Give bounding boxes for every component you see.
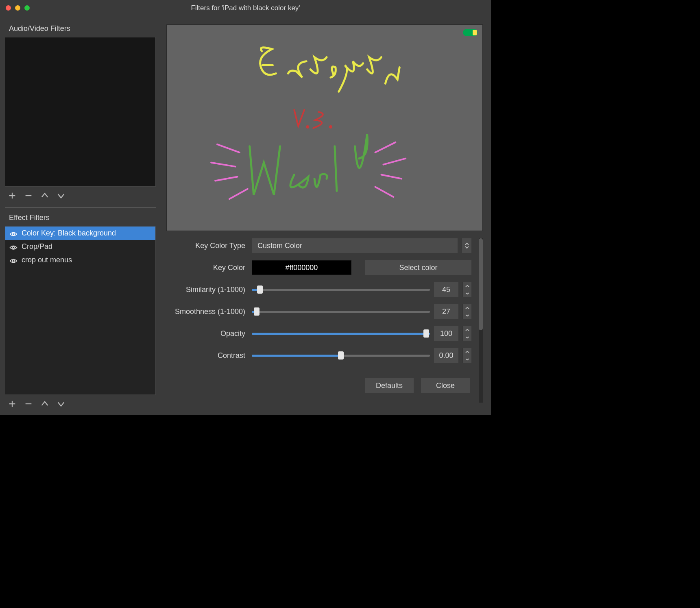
controls-scrollbar[interactable]: [479, 238, 483, 403]
filter-preview: [166, 24, 483, 231]
sidebar-divider: [5, 207, 156, 208]
minimize-window-icon[interactable]: [15, 5, 20, 11]
smoothness-label: Smoothness (1-1000): [166, 307, 248, 316]
similarity-value[interactable]: 45: [434, 282, 458, 297]
contrast-stepper[interactable]: [462, 348, 471, 363]
effect-filter-item-crop-out-menus[interactable]: crop out menus: [5, 253, 155, 267]
visibility-eye-icon[interactable]: [9, 244, 17, 250]
audio-video-filters-list[interactable]: [5, 37, 156, 187]
preview-toggle[interactable]: [463, 29, 478, 36]
preview-drawing: [167, 25, 482, 231]
key-color-label: Key Color: [166, 264, 248, 272]
select-color-button[interactable]: Select color: [365, 260, 471, 275]
similarity-row: Similarity (1-1000) 45: [166, 282, 471, 297]
filter-controls: Key Color Type Custom Color Key Color #f…: [166, 231, 483, 403]
filters-dialog: Filters for 'iPad with black color key' …: [0, 0, 491, 415]
remove-av-filter-button[interactable]: [24, 191, 33, 200]
smoothness-row: Smoothness (1-1000) 27: [166, 304, 471, 319]
dialog-footer: Defaults Close: [166, 370, 471, 403]
defaults-button[interactable]: Defaults: [365, 378, 414, 393]
similarity-label: Similarity (1-1000): [166, 285, 248, 294]
add-effect-filter-button[interactable]: [7, 399, 17, 409]
close-window-icon[interactable]: [6, 5, 11, 11]
key-color-row: Key Color #ff000000 Select color: [166, 260, 471, 275]
close-button[interactable]: Close: [421, 378, 470, 393]
opacity-label: Opacity: [166, 329, 248, 338]
window-controls: [0, 5, 30, 11]
svg-point-4: [330, 126, 331, 128]
contrast-label: Contrast: [166, 351, 248, 360]
titlebar: Filters for 'iPad with black color key': [0, 0, 491, 16]
window-title: Filters for 'iPad with black color key': [0, 4, 491, 12]
effect-filter-item-color-key[interactable]: Color Key: Black background: [5, 227, 155, 240]
similarity-slider[interactable]: [252, 282, 430, 297]
svg-point-2: [12, 260, 14, 262]
audio-video-filters-label: Audio/Video Filters: [0, 24, 161, 37]
svg-point-3: [307, 126, 308, 128]
opacity-value[interactable]: 100: [434, 326, 458, 341]
effect-filter-label: Crop/Pad: [22, 242, 52, 251]
smoothness-stepper[interactable]: [462, 304, 471, 319]
move-av-filter-up-button[interactable]: [40, 191, 50, 200]
key-color-type-row: Key Color Type Custom Color: [166, 238, 471, 253]
effect-filter-item-crop-pad[interactable]: Crop/Pad: [5, 240, 155, 253]
opacity-slider[interactable]: [252, 326, 430, 341]
effect-filters-label: Effect Filters: [0, 214, 161, 226]
visibility-eye-icon[interactable]: [9, 257, 17, 263]
opacity-row: Opacity 100: [166, 326, 471, 341]
smoothness-value[interactable]: 27: [434, 304, 458, 319]
remove-effect-filter-button[interactable]: [24, 399, 33, 409]
filters-sidebar: Audio/Video Filters Effect Filters Color…: [0, 16, 161, 415]
zoom-window-icon[interactable]: [24, 5, 30, 11]
add-av-filter-button[interactable]: [7, 191, 17, 200]
visibility-eye-icon[interactable]: [9, 231, 17, 236]
svg-point-0: [12, 233, 14, 235]
contrast-value[interactable]: 0.00: [434, 348, 458, 363]
effect-filters-toolbar: [0, 395, 161, 415]
move-effect-filter-up-button[interactable]: [40, 399, 50, 409]
contrast-row: Contrast 0.00: [166, 348, 471, 363]
key-color-swatch[interactable]: #ff000000: [252, 260, 351, 275]
effect-filter-label: crop out menus: [22, 256, 72, 264]
filter-properties-panel: Key Color Type Custom Color Key Color #f…: [161, 16, 491, 415]
effect-filters-list[interactable]: Color Key: Black background Crop/Pad cro…: [5, 226, 156, 395]
key-color-type-stepper[interactable]: [462, 238, 471, 253]
smoothness-slider[interactable]: [252, 304, 430, 319]
key-color-type-select[interactable]: Custom Color: [252, 238, 458, 253]
contrast-slider[interactable]: [252, 348, 430, 363]
opacity-stepper[interactable]: [462, 326, 471, 341]
key-color-type-label: Key Color Type: [166, 242, 248, 250]
effect-filter-label: Color Key: Black background: [22, 229, 116, 238]
svg-point-1: [12, 246, 14, 248]
move-av-filter-down-button[interactable]: [56, 191, 66, 200]
av-filters-toolbar: [0, 187, 161, 207]
move-effect-filter-down-button[interactable]: [56, 399, 66, 409]
similarity-stepper[interactable]: [462, 282, 471, 297]
